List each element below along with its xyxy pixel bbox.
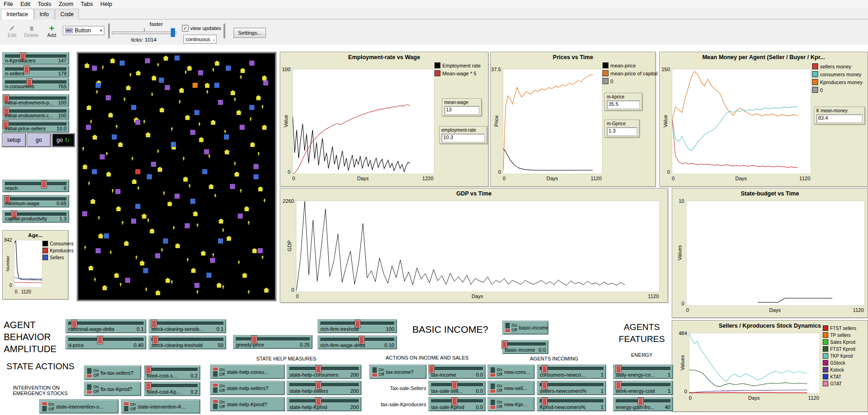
- slider-minimum-wage[interactable]: minimum-wage0.65: [2, 195, 69, 208]
- switch-knob[interactable]: [86, 374, 92, 378]
- agent-house: [141, 214, 147, 219]
- slider-daily-energy-co[interactable]: daily-energy-co...1: [613, 365, 673, 379]
- switch-state-help-consu[interactable]: OnOffstate-help-consu...: [210, 365, 285, 379]
- slider-tax-sale-kprod[interactable]: tax-sale-Kprod0.0: [428, 397, 486, 411]
- slider-work-energy-cost[interactable]: work-energy-cost1: [613, 381, 673, 395]
- speed-slider-thumb[interactable]: [171, 28, 175, 37]
- go-forever-button[interactable]: go↻: [52, 133, 75, 147]
- legend-swatch: [823, 325, 828, 331]
- menu-help[interactable]: Help: [96, 1, 116, 7]
- update-mode-dropdown[interactable]: continuous ⌄: [183, 35, 217, 43]
- switch-new-kpr[interactable]: OnOffnew-Kpr...: [488, 397, 535, 411]
- switch-track[interactable]: [491, 400, 495, 409]
- switch-track[interactable]: [87, 384, 91, 394]
- legend-item: Mean-wage * 5: [434, 70, 481, 76]
- slider-initial-endowment-c[interactable]: initial-endowment-c...100: [2, 107, 69, 120]
- widget-type-dropdown[interactable]: abc Button ▾: [63, 26, 104, 35]
- switch-track[interactable]: [42, 402, 47, 411]
- tab-info[interactable]: Info: [34, 9, 54, 19]
- slider-rich-firm-wage-delta[interactable]: rich-firm-wage-delta0.10: [318, 336, 397, 349]
- edit-button[interactable]: Edit: [3, 22, 21, 41]
- settings-button[interactable]: Settings...: [234, 28, 266, 38]
- menu-file[interactable]: File: [0, 1, 17, 7]
- switch-knob[interactable]: [490, 389, 496, 393]
- view-updates-checkbox[interactable]: ✓ view updates: [182, 25, 221, 31]
- add-button[interactable]: + Add: [42, 22, 61, 41]
- slider-fixed-cost-s[interactable]: fixed-cost-s...0.2: [144, 366, 200, 380]
- switch-tax-income[interactable]: OnOfftax-income?: [369, 365, 427, 379]
- switch-new-cons[interactable]: OnOffnew-cons...: [488, 365, 535, 379]
- speed-slider[interactable]: [112, 31, 176, 34]
- legend-label: mean-price of capital: [610, 71, 657, 76]
- tab-interface[interactable]: Interface: [1, 9, 34, 19]
- menu-zoom[interactable]: Zoom: [55, 1, 77, 7]
- switch-track[interactable]: [87, 368, 91, 378]
- faster-label: faster: [150, 21, 163, 27]
- slider-basic-income[interactable]: basic-income0.0: [502, 340, 549, 354]
- switch-track[interactable]: [213, 384, 217, 393]
- switch-track[interactable]: [373, 367, 377, 377]
- switch-knob[interactable]: [505, 329, 511, 333]
- switch-track[interactable]: [491, 367, 495, 377]
- interface-canvas: n-Kproducers147n-sellers179n-consumers76…: [0, 45, 868, 415]
- delete-button[interactable]: Delete: [22, 22, 41, 41]
- go-button[interactable]: go: [27, 133, 51, 147]
- switch-basic-income[interactable]: OnOffbasic-income?: [502, 321, 549, 335]
- slider-greedy-price[interactable]: greedy-price0.25: [233, 335, 313, 349]
- slider-stock-clearing-sensib[interactable]: stock-clearing-sensib...0.1: [149, 319, 226, 333]
- slider-state-help-sellers[interactable]: state-help-sellers200: [287, 381, 362, 395]
- menu-tabs[interactable]: Tabs: [77, 1, 96, 7]
- switch-knob[interactable]: [490, 373, 496, 377]
- slider-sellers-newcomers[interactable]: sellers-newcomers%1: [537, 381, 606, 395]
- slider-state-help-consumers[interactable]: state-help-consumers200: [287, 365, 362, 379]
- tab-code[interactable]: Code: [55, 9, 79, 19]
- switch-state-intervention-k[interactable]: OnOffstate-intervention-K...: [121, 399, 200, 414]
- switch-fix-tax-sellers[interactable]: OnOfffix-tax-sellers?: [84, 366, 141, 380]
- slider-tax-income[interactable]: tax-income0.0: [428, 365, 486, 379]
- switch-knob[interactable]: [212, 399, 218, 403]
- switch-track[interactable]: [213, 400, 217, 409]
- switch-state-help-kprod[interactable]: OnOffstate-help-Kprod?: [210, 397, 285, 411]
- slider-consumers-newco[interactable]: consumers-newco...1: [537, 365, 606, 379]
- agent-purple: [100, 154, 105, 159]
- slider-rich-firm-treshold[interactable]: rich-firm-treshold100: [318, 319, 397, 333]
- slider-initial-price-sellers[interactable]: initial-price-sellers10.0: [2, 120, 69, 133]
- slider-energy-gain-fro[interactable]: energy-gain-fro...40: [613, 397, 673, 411]
- slider-n-consumers[interactable]: n-consumers765: [2, 78, 69, 91]
- switch-knob[interactable]: [123, 402, 129, 406]
- slider-n-sellers[interactable]: n-sellers179: [2, 65, 69, 78]
- switch-state-help-sellers[interactable]: OnOffstate-help-sellers?: [210, 381, 285, 395]
- switch-fix-tax-kprod[interactable]: OnOfffix-tax-Kprod?: [84, 382, 141, 396]
- legend-label: Kstock: [830, 367, 844, 372]
- slider-reach[interactable]: reach6: [2, 180, 69, 192]
- menu-edit[interactable]: Edit: [17, 1, 34, 7]
- switch-track[interactable]: [491, 384, 495, 393]
- switch-track[interactable]: [506, 323, 510, 332]
- switch-new-sell[interactable]: OnOffnew-sell...: [488, 381, 535, 395]
- switch-knob[interactable]: [212, 367, 218, 371]
- switch-knob[interactable]: [42, 402, 48, 406]
- switch-knob[interactable]: [212, 383, 218, 387]
- setup-button[interactable]: setup: [2, 133, 26, 147]
- switch-knob[interactable]: [490, 405, 496, 409]
- slider-n-kproducers[interactable]: n-Kproducers147: [2, 52, 69, 65]
- label-agents-incoming: AGENTS INCOMING: [496, 356, 612, 361]
- agent-blue: [253, 174, 259, 179]
- slider-capital-productivity[interactable]: capital-productivity1.3: [2, 210, 69, 223]
- switch-knob[interactable]: [86, 390, 92, 394]
- switch-knob[interactable]: [372, 373, 378, 377]
- slider-tax-sale-sell[interactable]: tax-sale-sell...0.0: [428, 381, 486, 395]
- slider-state-help-kprod[interactable]: state-help-Kprod200: [287, 397, 362, 411]
- switch-state-intervention-s[interactable]: OnOffstate-intervention-s...: [39, 399, 119, 414]
- slider-rationnal-wage-delta[interactable]: rationnal-wage-delta0.1: [66, 319, 146, 333]
- slider-initial-endowment-p[interactable]: initial-endowment-p...100: [2, 94, 69, 107]
- slider-kprod-newcomers[interactable]: Kprod-newcomers%1: [537, 397, 606, 411]
- switch-onoff-labels: OnOff: [497, 367, 502, 377]
- switch-track[interactable]: [213, 367, 217, 377]
- slider-d-price[interactable]: d-price0.40: [66, 336, 146, 349]
- switch-track[interactable]: [124, 402, 128, 411]
- slider-stock-clearing-treshold[interactable]: stock-clearing-treshold50: [149, 336, 226, 349]
- menu-tools[interactable]: Tools: [34, 1, 55, 7]
- agent-house: [263, 287, 269, 293]
- slider-fixed-cost-kp[interactable]: fixed-cost-Kp...0.2: [144, 382, 200, 396]
